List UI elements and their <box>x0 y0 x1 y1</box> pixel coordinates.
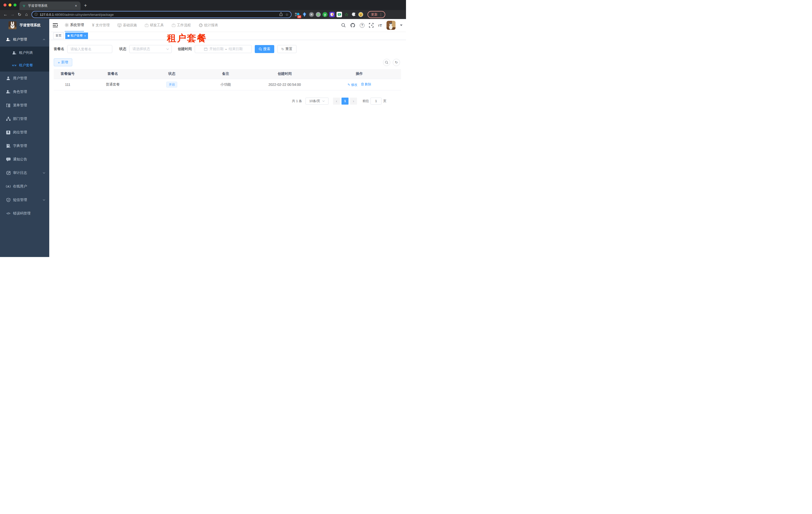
cell-actions: ✎ 修改 删除 <box>318 79 401 90</box>
page-size-select[interactable]: 10条/页 <box>306 98 328 105</box>
sidebar-item-role-management[interactable]: 角色管理 <box>0 85 49 99</box>
font-size-icon[interactable]: TT <box>378 23 382 28</box>
window-zoom-button[interactable] <box>13 3 17 6</box>
ext-diamond-icon[interactable]: 10 <box>294 12 300 17</box>
ext-gem-icon[interactable] <box>302 12 307 17</box>
page-size-value: 10条/页 <box>309 99 320 103</box>
sidebar-item-tenant-list[interactable]: 租户列表 <box>0 47 49 59</box>
forward-icon[interactable]: → <box>9 12 16 17</box>
ext-smiley-icon[interactable] <box>358 12 363 17</box>
top-nav-dev-tools[interactable]: 研发工具 <box>145 19 164 31</box>
ext-y-icon[interactable]: y <box>322 12 327 17</box>
top-nav-reports[interactable]: 统计报表 <box>199 19 218 31</box>
date-range-picker[interactable]: 开始日期 - 结束日期 <box>195 45 252 53</box>
ext-dot-icon[interactable] <box>316 12 321 17</box>
gear-icon <box>65 23 69 27</box>
window-close-button[interactable] <box>3 3 6 6</box>
bookmark-star-icon[interactable]: ☆ <box>285 12 289 17</box>
sidebar-item-label: 菜单管理 <box>13 103 27 108</box>
delete-link[interactable]: 删除 <box>361 82 371 87</box>
home-icon[interactable]: ⌂ <box>23 12 30 17</box>
extensions-puzzle-icon[interactable] <box>351 12 356 17</box>
sidebar-item-label: 字典管理 <box>13 144 27 148</box>
refresh-table-button[interactable]: ↻ <box>393 59 400 66</box>
top-nav-label: 工作流程 <box>177 23 191 28</box>
add-button[interactable]: + 新增 <box>54 58 72 66</box>
new-tab-button[interactable]: + <box>84 3 87 8</box>
edit-link[interactable]: ✎ 修改 <box>348 83 357 87</box>
top-nav-system[interactable]: 系统管理 <box>65 19 84 31</box>
search-icon[interactable] <box>341 23 346 28</box>
status-filter-label: 状态 <box>119 47 126 51</box>
sidebar-item-menu-management[interactable]: 菜单管理 <box>0 99 49 112</box>
sidebar-item-post-management[interactable]: 岗位管理 <box>0 126 49 139</box>
share-icon[interactable] <box>279 12 283 17</box>
sidebar-item-dept-management[interactable]: 部门管理 <box>0 112 49 126</box>
status-select[interactable]: 请选择状态 <box>129 45 172 53</box>
table-tools: ↻ <box>383 59 401 66</box>
chevron-down-icon <box>43 199 45 201</box>
top-nav-infrastructure[interactable]: 基础设施 <box>117 19 137 31</box>
reload-icon[interactable]: ↻ <box>16 12 23 17</box>
goto-label: 前往 <box>362 99 369 103</box>
favicon-plant-icon <box>22 4 26 8</box>
back-icon[interactable]: ← <box>2 12 9 17</box>
sidebar-item-user-management[interactable]: 用户管理 <box>0 72 49 85</box>
avatar[interactable] <box>386 21 396 30</box>
magnifier-icon <box>259 48 262 51</box>
fullscreen-icon[interactable] <box>369 23 374 28</box>
name-filter-label: 套餐名 <box>54 47 64 51</box>
github-icon[interactable] <box>350 23 355 28</box>
sidebar-item-audit-log[interactable]: 审计日志 <box>0 166 49 180</box>
ext-chat-icon[interactable] <box>337 12 342 17</box>
tag-home[interactable]: 首页 <box>53 32 64 39</box>
reset-button[interactable]: ↻ 重置 <box>277 45 296 53</box>
tag-tenant-package[interactable]: 租户套餐 × <box>65 32 88 39</box>
url-path: :48080/admin-ui/system/tenant/package <box>54 13 277 17</box>
col-header-created: 创建时间 <box>252 69 318 79</box>
url-bar[interactable]: ⓘ 127.0.0.1 :48080/admin-ui/system/tenan… <box>31 11 291 18</box>
sidebar-item-tenant-package[interactable]: 租户套餐 <box>0 59 49 72</box>
table-row: 111 普通套餐 开启 小功能 2022-02-22 00:54:00 ✎ 修改 <box>54 79 401 90</box>
caret-down-icon[interactable] <box>400 25 403 26</box>
sidebar-item-error-code[interactable]: </> 错误码管理 <box>0 207 49 220</box>
tab-close-icon[interactable]: × <box>74 4 78 8</box>
ext-command-icon[interactable]: ⌘ <box>309 12 314 17</box>
briefcase-icon <box>145 24 148 27</box>
browser-tab[interactable]: 芋道管理系统 × <box>20 1 81 10</box>
status-placeholder: 请选择状态 <box>133 47 150 51</box>
package-name-input[interactable] <box>67 45 112 53</box>
id-badge-icon <box>6 130 10 135</box>
tag-close-icon[interactable]: × <box>84 34 86 37</box>
top-nav-label: 统计报表 <box>204 23 218 28</box>
ext-star-icon[interactable]: ☆ <box>344 12 349 17</box>
sidebar-logo-row[interactable]: 芋道管理系统 <box>0 19 49 31</box>
sidebar-item-notice[interactable]: 通知公告 <box>0 153 49 166</box>
sidebar-item-tenant-management[interactable]: 租户管理 <box>0 32 49 47</box>
top-nav-label: 基础设施 <box>123 23 137 28</box>
sidebar-item-label: 在线用户 <box>13 184 27 189</box>
next-page-button[interactable]: › <box>350 98 357 105</box>
site-info-icon[interactable]: ⓘ <box>34 12 38 17</box>
ext-shield-icon[interactable] <box>329 12 335 17</box>
top-nav-workflow[interactable]: 工作流程 <box>172 19 191 31</box>
page-number-button[interactable]: 1 <box>342 98 348 105</box>
add-button-label: 新增 <box>61 60 68 64</box>
search-button[interactable]: 搜索 <box>255 45 274 53</box>
browser-menu-icon[interactable]: ⋮ <box>379 12 383 17</box>
collapse-sidebar-icon[interactable] <box>49 23 61 28</box>
goto-page-input[interactable] <box>371 98 381 105</box>
search-button-label: 搜索 <box>263 47 270 51</box>
help-icon[interactable]: ? <box>360 23 365 28</box>
browser-update-button[interactable]: 更新 ⋮ <box>368 11 385 18</box>
top-nav-payment[interactable]: ¥ 支付管理 <box>92 19 110 31</box>
sidebar-item-dict-management[interactable]: 字典管理 <box>0 139 49 153</box>
tag-label: 租户套餐 <box>71 33 83 38</box>
sidebar-item-label: 短信管理 <box>13 198 27 202</box>
sidebar-item-sms-management[interactable]: 短信管理 <box>0 193 49 207</box>
prev-page-button[interactable]: ‹ <box>333 98 340 105</box>
sidebar-item-online-users[interactable]: 在线用户 <box>0 180 49 193</box>
toggle-search-button[interactable] <box>383 59 390 66</box>
window-minimize-button[interactable] <box>8 3 11 6</box>
update-label: 更新 <box>371 12 377 17</box>
